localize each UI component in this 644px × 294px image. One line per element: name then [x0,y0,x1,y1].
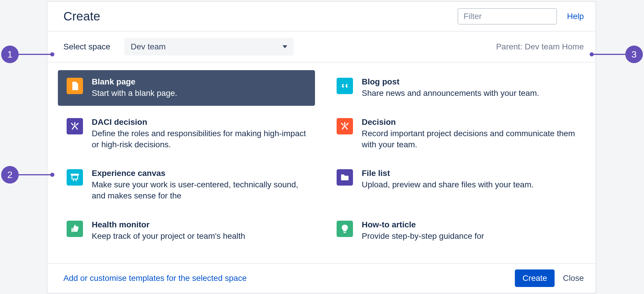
page-icon [67,78,83,94]
filter-input[interactable] [458,8,557,25]
space-select-value: Dev team [131,42,166,51]
template-title: Blog post [362,77,576,87]
callout-badge: 1 [1,46,19,63]
template-item[interactable]: DACI decisionDefine the roles and respon… [58,110,315,157]
dialog-header: Create Help [47,2,595,32]
help-link[interactable]: Help [567,12,584,21]
template-description: Make sure your work is user-centered, te… [92,179,306,201]
customise-templates-link[interactable]: Add or customise templates for the selec… [63,274,247,283]
dialog-title: Create [63,9,458,23]
template-item[interactable]: Blog postShare news and announcements wi… [328,70,585,106]
thumb-icon [67,221,83,237]
template-item[interactable]: How-to articleProvide step-by-step guida… [328,213,585,249]
bulb-icon [337,221,353,237]
template-title: DACI decision [92,117,306,127]
dialog-footer: Add or customise templates for the selec… [47,263,595,293]
template-list: Blank pageStart with a blank page.Blog p… [47,63,595,263]
callout-2: 2 [1,166,53,184]
template-item[interactable]: File listUpload, preview and share files… [328,162,585,208]
create-dialog: Create Help Select space Dev team Parent… [47,1,596,293]
template-item[interactable]: DecisionRecord important project decisio… [328,110,585,157]
space-select[interactable]: Dev team [124,38,294,56]
callout-badge: 3 [625,46,643,63]
template-title: How-to article [362,220,576,229]
chevron-down-icon [283,45,287,48]
template-description: Keep track of your project or team's hea… [92,231,306,242]
callout-1: 1 [1,46,53,63]
template-description: Provide step-by-step guidance for [362,231,576,242]
template-description: Upload, preview and share files with you… [362,179,576,190]
callout-3: 3 [591,46,643,63]
template-title: Health monitor [92,220,306,229]
template-item[interactable]: Blank pageStart with a blank page. [58,70,315,106]
callout-badge: 2 [1,166,19,184]
decision-icon [67,118,83,134]
template-item[interactable]: Health monitorKeep track of your project… [58,213,315,249]
create-button[interactable]: Create [515,269,555,287]
canvas-icon [67,169,83,186]
template-title: Decision [362,117,576,127]
space-row: Select space Dev team Parent: Dev team H… [47,32,595,63]
template-description: Start with a blank page. [92,88,306,99]
template-title: File list [362,169,576,178]
template-description: Record important project decisions and c… [362,128,576,150]
template-description: Define the roles and responsibilities fo… [92,128,306,150]
template-title: Experience canvas [92,169,306,178]
decision-icon [337,118,353,134]
template-description: Share news and announcements with your t… [362,88,576,99]
select-space-label: Select space [63,42,110,51]
close-button[interactable]: Close [563,274,584,283]
template-item[interactable]: Experience canvasMake sure your work is … [58,162,315,208]
parent-page-label: Parent: Dev team Home [496,42,584,51]
template-title: Blank page [92,77,306,87]
folder-icon [337,169,353,186]
quote-icon [337,78,353,94]
